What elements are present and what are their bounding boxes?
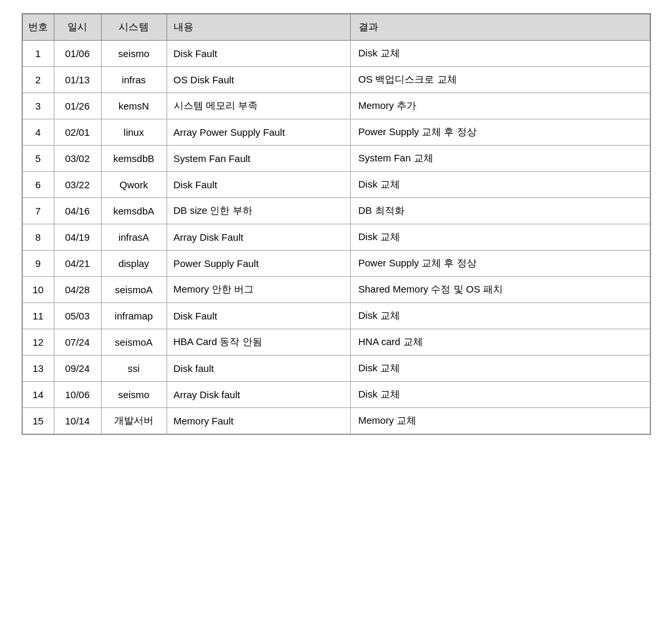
cell-date: 04/21 xyxy=(54,251,101,277)
cell-no: 12 xyxy=(22,329,54,356)
cell-no: 5 xyxy=(22,146,54,172)
table-row: 402/01linuxArray Power Supply FaultPower… xyxy=(22,119,650,146)
table-row: 1004/28seismoAMemory 안한 버그Shared Memory … xyxy=(22,277,650,303)
cell-date: 10/14 xyxy=(54,408,101,434)
cell-date: 07/24 xyxy=(54,329,101,356)
cell-no: 9 xyxy=(22,251,54,277)
cell-result: Memory 교체 xyxy=(350,408,650,434)
cell-system: 개발서버 xyxy=(101,408,167,434)
header-date: 일시 xyxy=(54,14,101,41)
cell-no: 10 xyxy=(22,277,54,303)
cell-date: 02/01 xyxy=(54,119,101,146)
table-row: 603/22QworkDisk FaultDisk 교체 xyxy=(22,172,650,198)
cell-content: Array Disk Fault xyxy=(167,224,350,251)
cell-no: 6 xyxy=(22,172,54,198)
cell-system: kemsdbA xyxy=(101,198,167,224)
cell-no: 4 xyxy=(22,119,54,146)
cell-system: kemsdbB xyxy=(101,146,167,172)
cell-content: Disk fault xyxy=(167,356,350,382)
cell-result: Memory 추가 xyxy=(350,93,650,119)
cell-date: 04/16 xyxy=(54,198,101,224)
cell-date: 04/28 xyxy=(54,277,101,303)
table-row: 804/19infrasAArray Disk FaultDisk 교체 xyxy=(22,224,650,251)
table-row: 1309/24ssiDisk faultDisk 교체 xyxy=(22,356,650,382)
cell-content: Array Disk fault xyxy=(167,382,350,408)
cell-date: 10/06 xyxy=(54,382,101,408)
cell-date: 04/19 xyxy=(54,224,101,251)
header-no: 번호 xyxy=(22,14,54,41)
cell-result: DB 최적화 xyxy=(350,198,650,224)
table-row: 1207/24seismoAHBA Card 동작 안됨HNA card 교체 xyxy=(22,329,650,356)
cell-system: seismo xyxy=(101,382,167,408)
cell-no: 2 xyxy=(22,67,54,93)
cell-system: seismoA xyxy=(101,329,167,356)
cell-content: OS Disk Fault xyxy=(167,67,350,93)
cell-result: Disk 교체 xyxy=(350,356,650,382)
cell-no: 7 xyxy=(22,198,54,224)
cell-content: DB size 인한 부하 xyxy=(167,198,350,224)
cell-content: System Fan Fault xyxy=(167,146,350,172)
cell-content: HBA Card 동작 안됨 xyxy=(167,329,350,356)
table-row: 503/02kemsdbBSystem Fan FaultSystem Fan … xyxy=(22,146,650,172)
cell-result: Power Supply 교체 후 정상 xyxy=(350,251,650,277)
cell-no: 15 xyxy=(22,408,54,434)
cell-date: 01/06 xyxy=(54,41,101,67)
cell-content: Disk Fault xyxy=(167,172,350,198)
main-table-container: 번호 일시 시스템 내용 결과 101/06seismoDisk FaultDi… xyxy=(22,13,651,435)
incident-table: 번호 일시 시스템 내용 결과 101/06seismoDisk FaultDi… xyxy=(22,14,650,434)
cell-system: inframap xyxy=(101,303,167,329)
cell-system: seismoA xyxy=(101,277,167,303)
cell-date: 03/02 xyxy=(54,146,101,172)
table-row: 704/16kemsdbADB size 인한 부하DB 최적화 xyxy=(22,198,650,224)
cell-result: Disk 교체 xyxy=(350,382,650,408)
table-row: 1105/03inframapDisk FaultDisk 교체 xyxy=(22,303,650,329)
cell-content: Memory Fault xyxy=(167,408,350,434)
cell-content: Array Power Supply Fault xyxy=(167,119,350,146)
cell-date: 01/26 xyxy=(54,93,101,119)
cell-system: ssi xyxy=(101,356,167,382)
cell-no: 13 xyxy=(22,356,54,382)
cell-result: Shared Memory 수정 및 OS 패치 xyxy=(350,277,650,303)
cell-result: Disk 교체 xyxy=(350,41,650,67)
cell-result: OS 백업디스크로 교체 xyxy=(350,67,650,93)
cell-system: kemsN xyxy=(101,93,167,119)
cell-no: 1 xyxy=(22,41,54,67)
cell-result: System Fan 교체 xyxy=(350,146,650,172)
table-header-row: 번호 일시 시스템 내용 결과 xyxy=(22,14,650,41)
cell-date: 03/22 xyxy=(54,172,101,198)
cell-no: 11 xyxy=(22,303,54,329)
table-row: 1510/14개발서버Memory FaultMemory 교체 xyxy=(22,408,650,434)
table-row: 201/13infrasOS Disk FaultOS 백업디스크로 교체 xyxy=(22,67,650,93)
cell-result: Disk 교체 xyxy=(350,303,650,329)
cell-no: 3 xyxy=(22,93,54,119)
cell-date: 09/24 xyxy=(54,356,101,382)
cell-result: Disk 교체 xyxy=(350,224,650,251)
cell-result: Disk 교체 xyxy=(350,172,650,198)
table-row: 101/06seismoDisk FaultDisk 교체 xyxy=(22,41,650,67)
cell-no: 8 xyxy=(22,224,54,251)
cell-system: infras xyxy=(101,67,167,93)
header-content: 내용 xyxy=(167,14,350,41)
cell-content: Memory 안한 버그 xyxy=(167,277,350,303)
cell-result: Power Supply 교체 후 정상 xyxy=(350,119,650,146)
cell-date: 05/03 xyxy=(54,303,101,329)
cell-date: 01/13 xyxy=(54,67,101,93)
cell-no: 14 xyxy=(22,382,54,408)
table-row: 1410/06seismoArray Disk faultDisk 교체 xyxy=(22,382,650,408)
table-row: 301/26kemsN시스템 메모리 부족Memory 추가 xyxy=(22,93,650,119)
table-row: 904/21displayPower Supply FaultPower Sup… xyxy=(22,251,650,277)
cell-system: seismo xyxy=(101,41,167,67)
cell-system: Qwork xyxy=(101,172,167,198)
header-result: 결과 xyxy=(350,14,650,41)
cell-system: linux xyxy=(101,119,167,146)
cell-result: HNA card 교체 xyxy=(350,329,650,356)
cell-content: Disk Fault xyxy=(167,303,350,329)
cell-content: Disk Fault xyxy=(167,41,350,67)
cell-content: Power Supply Fault xyxy=(167,251,350,277)
cell-content: 시스템 메모리 부족 xyxy=(167,93,350,119)
cell-system: display xyxy=(101,251,167,277)
header-system: 시스템 xyxy=(101,14,167,41)
cell-system: infrasA xyxy=(101,224,167,251)
